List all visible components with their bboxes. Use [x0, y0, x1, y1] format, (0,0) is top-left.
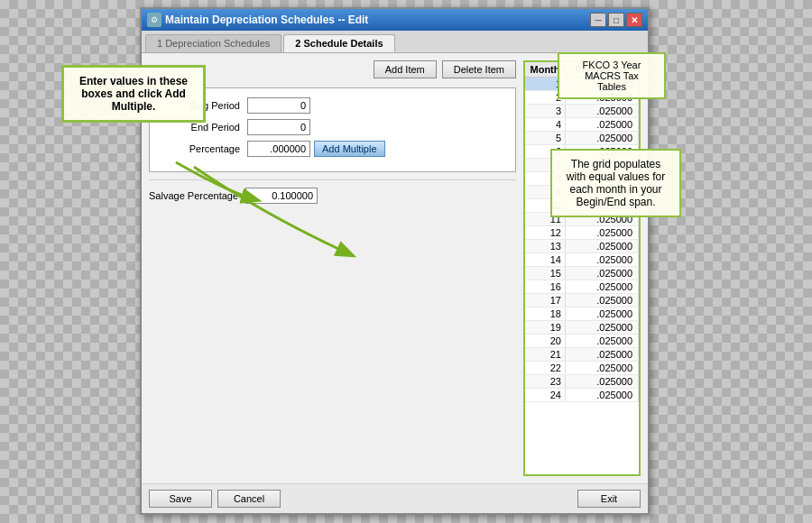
grid-cell-pct: .025000: [566, 307, 639, 320]
grid-cell-month: 22: [525, 362, 566, 374]
salvage-label: Salvage Percentage: [149, 190, 238, 201]
grid-cell-month: 3: [525, 105, 566, 117]
grid-populates-text: The grid populates with equal values for…: [567, 158, 665, 208]
grid-cell-month: 4: [525, 118, 566, 131]
main-content: Add Item Delete Item Beg Period End Peri…: [142, 53, 648, 483]
enter-values-text: Enter values in these boxes and click Ad…: [79, 75, 188, 113]
table-row[interactable]: 4.025000: [525, 118, 639, 132]
add-multiple-button[interactable]: Add Multiple: [314, 141, 385, 157]
table-row[interactable]: 16.025000: [525, 280, 639, 294]
tab-bar: 1 Depreciation Schedules 2 Schedule Deta…: [142, 31, 648, 53]
grid-cell-pct: .025000: [566, 348, 639, 361]
end-period-input[interactable]: [247, 119, 310, 135]
grid-cell-pct: .025000: [566, 118, 639, 131]
beg-period-row: Beg Period: [159, 97, 506, 114]
grid-populates-box: The grid populates with equal values for…: [550, 149, 681, 217]
end-period-row: End Period: [159, 119, 506, 135]
table-row[interactable]: 3.025000: [525, 105, 639, 118]
title-icon: ⚙: [147, 13, 161, 27]
delete-item-button[interactable]: Delete Item: [442, 60, 516, 78]
table-row[interactable]: 17.025000: [525, 294, 639, 307]
table-row[interactable]: 13.025000: [525, 240, 639, 253]
grid-cell-pct: .025000: [566, 294, 639, 307]
table-row[interactable]: 23.025000: [525, 375, 639, 389]
grid-scroll[interactable]: 1.0250002.0250003.0250004.0250005.025000…: [525, 78, 639, 474]
grid-cell-month: 14: [525, 253, 566, 266]
grid-cell-month: 18: [525, 307, 566, 320]
fkco-info-box: FKCO 3 YearMACRS TaxTables: [558, 52, 666, 99]
grid-cell-month: 17: [525, 294, 566, 307]
grid-panel: Month Percentage 1.0250002.0250003.02500…: [523, 60, 641, 476]
beg-period-input[interactable]: [247, 97, 310, 114]
minimize-button[interactable]: ─: [590, 13, 606, 27]
grid-cell-pct: .025000: [566, 362, 639, 374]
grid-cell-month: 15: [525, 267, 566, 280]
divider: [149, 179, 516, 180]
table-row[interactable]: 24.025000: [525, 389, 639, 402]
save-button[interactable]: Save: [149, 490, 212, 508]
grid-cell-pct: .025000: [566, 267, 639, 280]
table-row[interactable]: 22.025000: [525, 362, 639, 375]
bottom-bar: Save Cancel Exit: [142, 483, 648, 513]
table-row[interactable]: 15.025000: [525, 267, 639, 280]
table-row[interactable]: 5.025000: [525, 132, 639, 145]
percentage-row: Percentage Add Multiple: [159, 141, 506, 157]
salvage-input[interactable]: [245, 188, 318, 204]
grid-cell-month: 12: [525, 226, 566, 239]
grid-cell-month: 16: [525, 280, 566, 293]
percentage-input[interactable]: [247, 141, 310, 157]
tab-schedule-details[interactable]: 2 Schedule Details: [283, 34, 394, 52]
table-row[interactable]: 20.025000: [525, 335, 639, 348]
exit-button[interactable]: Exit: [577, 490, 641, 508]
add-item-button[interactable]: Add Item: [374, 60, 437, 78]
salvage-row: Salvage Percentage: [149, 188, 516, 204]
grid-cell-pct: .025000: [566, 253, 639, 266]
grid-cell-pct: .025000: [566, 280, 639, 293]
grid-cell-pct: .025000: [566, 321, 639, 334]
table-row[interactable]: 18.025000: [525, 307, 639, 321]
grid-cell-month: 23: [525, 375, 566, 388]
maximize-button[interactable]: □: [608, 13, 624, 27]
end-period-label: End Period: [159, 122, 240, 133]
grid-cell-month: 24: [525, 389, 566, 401]
grid-cell-month: 19: [525, 321, 566, 334]
grid-cell-pct: .025000: [566, 389, 639, 401]
grid-cell-pct: .025000: [566, 240, 639, 252]
grid-cell-month: 5: [525, 132, 566, 144]
grid-cell-month: 20: [525, 335, 566, 347]
percentage-label: Percentage: [159, 143, 240, 154]
tab-depreciation-schedules[interactable]: 1 Depreciation Schedules: [145, 34, 281, 52]
title-bar: ⚙ Maintain Depreciation Schedules -- Edi…: [142, 9, 648, 31]
fkco-text: FKCO 3 YearMACRS TaxTables: [583, 60, 641, 92]
table-row[interactable]: 21.025000: [525, 348, 639, 362]
grid-cell-pct: .025000: [566, 226, 639, 239]
grid-cell-month: 13: [525, 240, 566, 252]
close-button[interactable]: ✕: [626, 13, 642, 27]
cancel-button[interactable]: Cancel: [217, 490, 281, 508]
grid-cell-pct: .025000: [566, 375, 639, 388]
grid-cell-month: 21: [525, 348, 566, 361]
enter-values-box: Enter values in these boxes and click Ad…: [61, 65, 206, 123]
window-title: Maintain Depreciation Schedules -- Edit: [165, 14, 368, 26]
left-panel: Add Item Delete Item Beg Period End Peri…: [149, 60, 516, 476]
table-row[interactable]: 19.025000: [525, 321, 639, 335]
table-row[interactable]: 14.025000: [525, 253, 639, 267]
grid-cell-pct: .025000: [566, 335, 639, 347]
grid-cell-pct: .025000: [566, 132, 639, 144]
table-row[interactable]: 12.025000: [525, 226, 639, 240]
grid-cell-pct: .025000: [566, 105, 639, 117]
